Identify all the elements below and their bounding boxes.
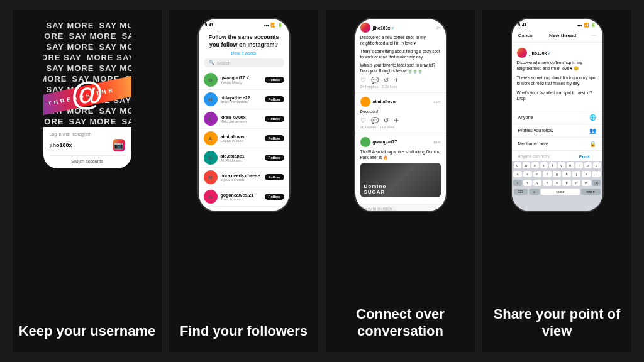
followers-status-bar: 9:41 ▪▪▪ 📶 🔋 (199, 19, 289, 29)
key-k[interactable]: k (582, 171, 591, 177)
post-text-2: Devoción!! (360, 109, 441, 114)
reply-bar[interactable]: Reply to jiho100x... (355, 204, 446, 211)
post-header-2: aimi.allover 33m (360, 97, 441, 107)
anyone-icon: 🌐 (589, 114, 596, 121)
key-n[interactable]: n (572, 180, 581, 186)
key-z[interactable]: z (523, 180, 532, 186)
avatar-5: D (204, 151, 218, 165)
key-l[interactable]: l (592, 171, 601, 177)
post-username-3: gwanguri77 (373, 140, 397, 144)
follow-item-5: D alo.daiane1 Ari Andersen Follow (199, 148, 289, 168)
key-w[interactable]: w (523, 162, 530, 168)
key-v[interactable]: v (553, 180, 562, 186)
heart-icon[interactable]: ♡ (360, 77, 366, 84)
post-actions-1: ♡ 💬 ↺ ✈ (360, 77, 441, 84)
key-g[interactable]: g (553, 171, 562, 177)
key-y[interactable]: y (558, 162, 565, 168)
how-it-works: How it works (199, 51, 289, 55)
search-placeholder: Search (217, 61, 231, 65)
key-p[interactable]: p (593, 162, 601, 168)
key-delete[interactable]: ⌫ (592, 180, 601, 186)
post-image-text: DominoSUGAR (364, 184, 387, 195)
key-m[interactable]: m (582, 180, 591, 186)
key-h[interactable]: h (562, 171, 571, 177)
audience-profiles[interactable]: Profiles you follow 👥 (512, 124, 602, 138)
compose-text[interactable]: Discovered a new coffee shop in my neigh… (517, 60, 597, 71)
follow-info-3: kiran_0700x Kiric Jørgensen (221, 115, 265, 123)
audience-anyone[interactable]: Anyone 🌐 (512, 111, 602, 124)
follow-item-4: A aimi.allover Logan Wilson Follow (199, 129, 289, 148)
key-b[interactable]: b (562, 180, 571, 186)
avatar-3: K (204, 112, 218, 126)
audience-mentioned-label: Mentioned only (518, 141, 548, 146)
search-bar[interactable]: 🔍 Search (204, 58, 284, 67)
audience-mentioned[interactable]: Mentioned only 🔒 (512, 138, 602, 151)
key-f[interactable]: f (543, 171, 552, 177)
follow-btn-1[interactable]: Follow (265, 77, 284, 83)
feed-post-3: gwanguri77 16m This!!! Also taking a nic… (355, 133, 446, 204)
audience-profiles-label: Profiles you follow (518, 128, 553, 133)
compose-screen: 9:41 ▪▪▪ 📶 🔋 Cancel New thread ··· (512, 19, 602, 211)
key-d[interactable]: d (533, 171, 542, 177)
key-shift[interactable]: ⇧ (513, 180, 522, 186)
key-q[interactable]: q (514, 162, 521, 168)
panel-share-pov: 9:41 ▪▪▪ 📶 🔋 Cancel New thread ··· (482, 10, 631, 352)
followers-phone: 9:41 ▪▪▪ 📶 🔋 Follow the same accounts yo… (197, 18, 291, 212)
key-i[interactable]: i (575, 162, 583, 168)
follow-info-7: gogoncalves.21 Juan Tomas (221, 193, 265, 201)
post-actions-2: ♡ 💬 ↺ ✈ (360, 117, 441, 124)
key-return[interactable]: return (581, 189, 601, 195)
compose-next[interactable]: ··· (592, 33, 596, 38)
audience-options: Anyone 🌐 Profiles you follow 👥 Mentioned… (512, 111, 602, 162)
heart-icon-2[interactable]: ♡ (360, 117, 366, 124)
compose-cancel[interactable]: Cancel (518, 33, 534, 38)
post-avatar-1 (360, 23, 370, 33)
key-s[interactable]: s (523, 171, 532, 177)
post-text-1: Discovered a new coffee shop in my neigh… (360, 35, 441, 46)
avatar-4: A (204, 131, 218, 145)
keyboard-row-4: 123 ☺ space return (512, 187, 602, 196)
post-username-2: aimi.allover (373, 99, 397, 104)
compose-title: New thread (549, 33, 576, 38)
profiles-icon: 👥 (589, 128, 596, 134)
key-a[interactable]: a (513, 171, 522, 177)
panel-connect-conversation: jiho100x ✓ 2h Discovered a new coffee sh… (326, 10, 475, 352)
panel-4-label: Share your point of view (487, 300, 626, 339)
post-stats-1: 244 replies · 2.2k likes (360, 85, 441, 89)
key-c[interactable]: c (543, 180, 552, 186)
follow-btn-2[interactable]: Follow (265, 96, 284, 102)
comment-icon[interactable]: 💬 (371, 77, 379, 84)
key-emoji[interactable]: ☺ (529, 189, 540, 195)
avatar-1: G (204, 73, 218, 87)
key-x[interactable]: x (533, 180, 542, 186)
keyboard-row-1: q w e r t y u i o p (512, 161, 602, 170)
key-o[interactable]: o (584, 162, 592, 168)
post-question-1: What's your favorite local spot to unwin… (360, 62, 441, 74)
follow-btn-4[interactable]: Follow (265, 135, 284, 141)
repost-icon-2[interactable]: ↺ (384, 117, 389, 124)
follow-btn-7[interactable]: Follow (265, 194, 284, 200)
threads-logo-char: @ (71, 77, 103, 109)
compose-status-bar: 9:41 ▪▪▪ 📶 🔋 (512, 19, 602, 29)
key-space[interactable]: space (541, 189, 579, 195)
key-e[interactable]: e (531, 162, 539, 168)
follow-info-5: alo.daiane1 Ari Andersen (221, 154, 265, 162)
share-icon[interactable]: ✈ (394, 77, 399, 84)
follow-btn-5[interactable]: Follow (265, 155, 284, 161)
repost-icon[interactable]: ↺ (384, 77, 389, 84)
share-icon-2[interactable]: ✈ (394, 117, 399, 124)
key-t[interactable]: t (549, 162, 557, 168)
comment-icon-2[interactable]: 💬 (371, 117, 379, 124)
follow-item-7: G gogoncalves.21 Juan Tomas Follow (199, 187, 289, 207)
follow-btn-3[interactable]: Follow (265, 116, 284, 122)
key-123[interactable]: 123 (514, 189, 528, 195)
feed-post-1: jiho100x ✓ 2h Discovered a new coffee sh… (355, 19, 446, 93)
avatar-6: N (204, 170, 218, 184)
key-r[interactable]: r (540, 162, 548, 168)
keyboard-row-3: ⇧ z x c v b n m ⌫ (512, 178, 602, 187)
key-j[interactable]: j (572, 171, 581, 177)
key-u[interactable]: u (567, 162, 574, 168)
panel-2-label: Find your followers (180, 317, 308, 339)
compose-top: 9:41 ▪▪▪ 📶 🔋 Cancel New thread ··· (512, 19, 602, 111)
follow-btn-6[interactable]: Follow (265, 174, 284, 180)
